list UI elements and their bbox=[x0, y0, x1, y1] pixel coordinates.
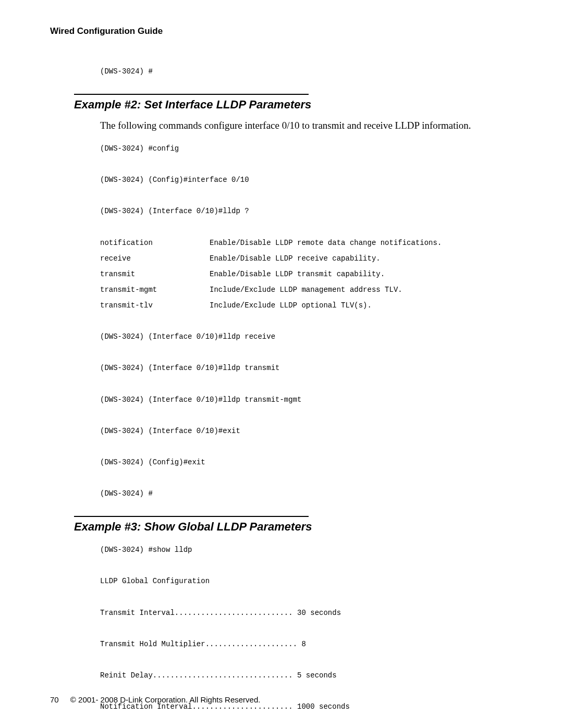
page-number: 70 bbox=[50, 695, 59, 704]
intro-example-2: The following commands configure interfa… bbox=[100, 120, 513, 131]
code-block-example-2: (DWS-3024) #config (DWS-3024) (Config)#i… bbox=[100, 141, 513, 501]
section-rule bbox=[74, 94, 309, 95]
section-example-2: Example #2: Set Interface LLDP Parameter… bbox=[74, 94, 513, 501]
heading-example-3: Example #3: Show Global LLDP Parameters bbox=[74, 520, 513, 534]
page-footer: 70 © 2001- 2008 D-Link Corporation. All … bbox=[50, 695, 260, 704]
running-header: Wired Configuration Guide bbox=[50, 26, 513, 36]
copyright-text: © 2001- 2008 D-Link Corporation. All Rig… bbox=[70, 695, 261, 704]
section-rule bbox=[74, 516, 309, 517]
heading-example-2: Example #2: Set Interface LLDP Parameter… bbox=[74, 98, 513, 112]
page: Wired Configuration Guide (DWS-3024) # E… bbox=[0, 0, 563, 728]
section-pre: (DWS-3024) # bbox=[74, 64, 513, 79]
code-block-pre: (DWS-3024) # bbox=[100, 64, 513, 79]
